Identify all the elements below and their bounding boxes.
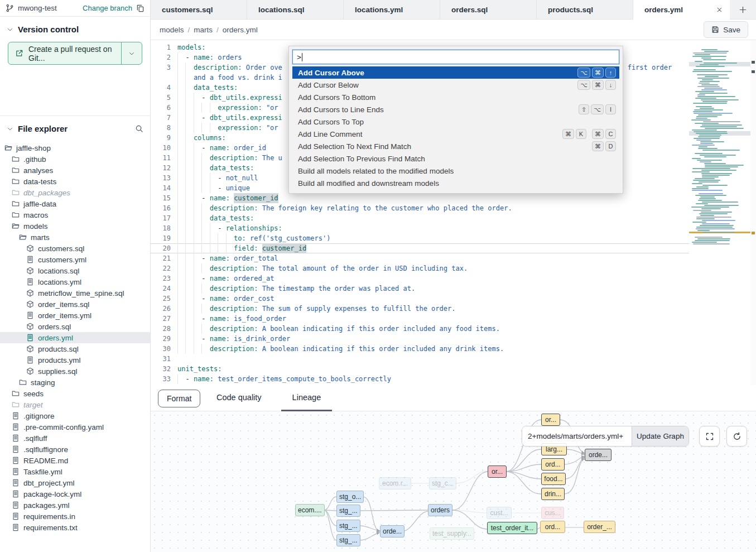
code-line[interactable]: 31 (151, 354, 689, 364)
editor-minimap[interactable] (689, 47, 750, 252)
tree-item[interactable]: .gitignore (0, 410, 150, 421)
tree-item[interactable]: metricflow_time_spine.sql (0, 287, 150, 299)
lineage-canvas[interactable]: or...larg...orde...ord...or...food...dri… (151, 411, 756, 552)
tree-item[interactable]: locations.yml (0, 276, 150, 287)
editor-tab[interactable]: orders.yml (633, 0, 730, 20)
tree-item[interactable]: .github (0, 153, 150, 165)
format-button[interactable]: Format (158, 390, 200, 407)
lineage-node[interactable]: stg_... (336, 534, 360, 546)
tree-item[interactable]: staging (0, 377, 150, 388)
tree-item[interactable]: target (0, 399, 150, 410)
tree-item[interactable]: orders.yml (0, 332, 150, 343)
editor-scrollbar[interactable] (750, 40, 756, 385)
search-icon[interactable] (135, 124, 143, 133)
tree-item[interactable]: products.sql (0, 343, 150, 354)
fullscreen-button[interactable] (699, 426, 720, 447)
code-editor[interactable]: 1models:2- name: orders3description: Ord… (151, 40, 756, 385)
lineage-node[interactable]: or... (541, 414, 560, 426)
lineage-selector-input[interactable] (522, 426, 632, 446)
code-line[interactable]: 26description: The sum of supply expense… (151, 304, 689, 314)
palette-item[interactable]: Add Cursors To Bottom (292, 91, 619, 103)
lineage-node[interactable]: stg_c... (429, 477, 456, 489)
code-line[interactable]: 21- name: order_total (151, 253, 689, 263)
tree-item[interactable]: jaffle-data (0, 198, 150, 209)
tree-item[interactable]: packages.yml (0, 500, 150, 511)
tree-item[interactable]: supplies.sql (0, 366, 150, 377)
editor-tab[interactable]: orders.sql (440, 0, 537, 19)
lineage-node[interactable]: order_... (584, 521, 615, 533)
change-branch-link[interactable]: Change branch (83, 4, 132, 12)
tree-item[interactable]: requirements.txt (0, 522, 150, 533)
code-line[interactable]: 23- name: ordered_at (151, 273, 689, 284)
tree-item[interactable]: .sqlfluff (0, 433, 150, 444)
tree-item[interactable]: order_items.yml (0, 310, 150, 321)
tab-lineage[interactable]: Lineage (281, 385, 333, 411)
lineage-node[interactable]: stg_o... (336, 491, 364, 503)
tree-item[interactable]: customers.sql (0, 243, 150, 254)
close-icon[interactable] (716, 6, 723, 13)
lineage-node[interactable]: stg_... (336, 520, 360, 532)
new-tab-button[interactable] (730, 0, 756, 19)
tree-item[interactable]: Taskfile.yml (0, 466, 150, 477)
tree-item[interactable]: .sqlfluffignore (0, 444, 150, 455)
lineage-node[interactable]: orders (428, 504, 452, 516)
breadcrumb-models[interactable]: models (160, 26, 184, 34)
create-pr-dropdown-button[interactable] (121, 42, 142, 64)
lineage-node[interactable]: cust... (487, 507, 512, 519)
file-explorer-header[interactable]: File explorer (0, 116, 150, 138)
code-line[interactable]: 20field: customer_id (151, 243, 689, 253)
copy-icon[interactable] (136, 4, 145, 12)
code-line[interactable]: 24description: The timestamp the order w… (151, 284, 689, 294)
tree-item[interactable]: models (0, 220, 150, 232)
lineage-node[interactable]: stg_... (336, 505, 360, 517)
update-graph-button[interactable]: Update Graph (632, 426, 688, 446)
tree-item[interactable]: products.yml (0, 354, 150, 366)
tab-code-quality[interactable]: Code quality (205, 385, 273, 411)
code-line[interactable]: 32unit_tests: (151, 364, 689, 374)
palette-item[interactable]: Add Selection To Previous Find Match (292, 152, 619, 165)
code-line[interactable]: 33- name: test_order_items_compute_to_bo… (151, 374, 689, 384)
palette-item[interactable]: Add Cursor Above⌥⌘↑ (292, 66, 619, 79)
lineage-node[interactable]: test_order_it... (487, 522, 537, 534)
code-line[interactable]: 17data_tests: (151, 213, 689, 223)
tree-item[interactable]: package-lock.yml (0, 488, 150, 500)
tree-item[interactable]: marts (0, 232, 150, 243)
code-line[interactable]: 18- relationships: (151, 223, 689, 233)
tree-item[interactable]: jaffle-shop (0, 142, 150, 153)
editor-tab[interactable]: products.sql (537, 0, 633, 19)
code-line[interactable]: 30description: A boolean indicating if t… (151, 344, 689, 354)
lineage-node[interactable]: drin... (541, 488, 565, 500)
code-line[interactable]: 28description: A boolean indicating if t… (151, 324, 689, 334)
version-control-header[interactable]: Version control (0, 17, 150, 39)
palette-item[interactable]: Build all modified and downstream models (292, 177, 619, 189)
tree-item[interactable]: dbt_project.yml (0, 477, 150, 488)
palette-item[interactable]: Add Line Comment⌘K⌘C (292, 128, 619, 140)
save-button[interactable]: Save (704, 21, 748, 38)
tree-item[interactable]: locations.sql (0, 265, 150, 276)
palette-item[interactable]: Add Selection To Next Find Match⌘D (292, 140, 619, 152)
tree-item[interactable]: .pre-commit-config.yaml (0, 421, 150, 433)
lineage-node[interactable]: orde... (585, 449, 611, 461)
tree-item[interactable]: macros (0, 209, 150, 220)
breadcrumb-file[interactable]: orders.yml (223, 26, 258, 34)
tree-item[interactable]: analyses (0, 165, 150, 176)
lineage-node[interactable]: food... (541, 473, 566, 485)
breadcrumb-marts[interactable]: marts (194, 26, 213, 34)
tree-item[interactable]: seeds (0, 388, 150, 399)
editor-tab[interactable]: customers.sql (151, 0, 247, 19)
lineage-node[interactable]: test_supply... (430, 527, 474, 540)
lineage-node[interactable]: ord... (540, 521, 565, 533)
tree-item[interactable]: data-tests (0, 176, 150, 187)
tree-item[interactable]: README.md (0, 455, 150, 466)
create-pr-button[interactable]: Create a pull request on Git... (8, 42, 121, 64)
code-line[interactable]: 22description: The total amount of the o… (151, 263, 689, 273)
tree-item[interactable]: dbt_packages (0, 187, 150, 198)
palette-item[interactable]: Build all models related to the modified… (292, 165, 619, 177)
palette-item[interactable]: Add Cursors to Line Ends⇧⌥I (292, 103, 619, 116)
refresh-button[interactable] (726, 426, 747, 447)
lineage-node[interactable]: cus... (541, 507, 564, 519)
code-line[interactable]: 16description: The foreign key relating … (151, 203, 689, 213)
lineage-node[interactable]: or... (488, 465, 507, 478)
lineage-node[interactable]: ord... (541, 458, 565, 471)
lineage-node[interactable]: ecom.... (295, 504, 325, 516)
